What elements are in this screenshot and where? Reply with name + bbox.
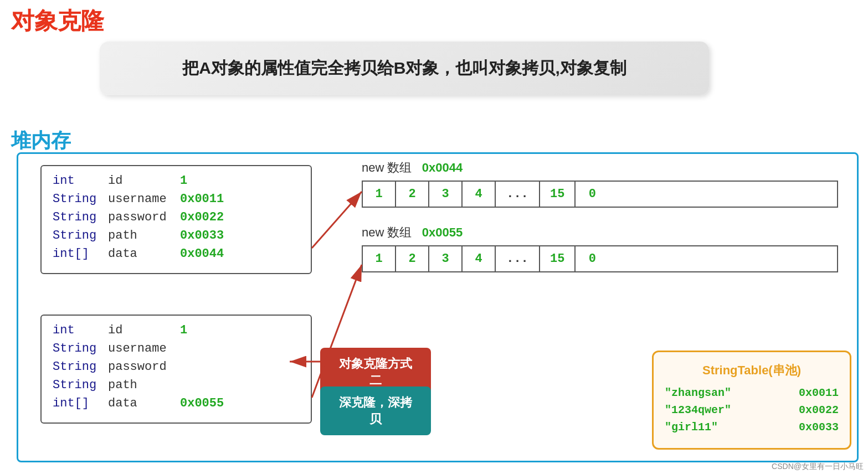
- field-name: id: [108, 174, 180, 188]
- list-item: 3: [429, 182, 463, 207]
- field-type: String: [53, 378, 108, 392]
- field-type: int[]: [53, 396, 108, 410]
- field-value: 0x0044: [180, 247, 224, 261]
- table-row: Stringpath: [53, 378, 300, 392]
- string-address: 0x0011: [799, 387, 839, 399]
- list-item: 4: [463, 182, 496, 207]
- table-row: Stringpassword0x0022: [53, 210, 300, 224]
- deep-clone-button[interactable]: 深克隆，深拷贝: [320, 387, 431, 435]
- main-container: intid1Stringusername0x0011Stringpassword…: [17, 152, 859, 462]
- table-row: Stringpath0x0033: [53, 229, 300, 243]
- field-name: username: [108, 192, 180, 206]
- array-area: new 数组 0x0044 1234...150 new 数组 0x0055 1…: [362, 159, 838, 280]
- string-address: 0x0033: [799, 421, 839, 434]
- table-row: int[]data0x0055: [53, 396, 300, 410]
- list-item: ...: [496, 182, 540, 207]
- svg-line-1: [312, 192, 362, 248]
- field-type: int[]: [53, 247, 108, 261]
- field-name: password: [108, 210, 180, 224]
- field-value: 0x0055: [180, 396, 224, 410]
- list-item: 2: [396, 182, 429, 207]
- field-value: 0x0022: [180, 210, 224, 224]
- field-value: 1: [180, 323, 187, 337]
- field-name: path: [108, 378, 180, 392]
- table-row: Stringusername0x0011: [53, 192, 300, 206]
- description-text: 把A对象的属性值完全拷贝给B对象，也叫对象拷贝,对象复制: [182, 59, 626, 77]
- field-type: String: [53, 229, 108, 243]
- table-row: int[]data0x0044: [53, 247, 300, 261]
- list-item: 15: [540, 246, 576, 271]
- string-key: "girl11": [665, 421, 718, 434]
- description-box: 把A对象的属性值完全拷贝给B对象，也叫对象拷贝,对象复制: [100, 42, 709, 95]
- string-table-entries: "zhangsan"0x0011"1234qwer"0x0022"girl11"…: [665, 387, 839, 434]
- field-name: id: [108, 323, 180, 337]
- string-key: "1234qwer": [665, 404, 731, 416]
- list-item: 2: [396, 246, 429, 271]
- field-value: 0x0011: [180, 192, 224, 206]
- list-item: 3: [429, 246, 463, 271]
- list-item: 0: [576, 182, 609, 207]
- object-a-box: intid1Stringusername0x0011Stringpassword…: [40, 165, 312, 274]
- string-table: StringTable(串池) "zhangsan"0x0011"1234qwe…: [652, 351, 851, 450]
- field-name: password: [108, 360, 180, 374]
- list-item: 0: [576, 246, 609, 271]
- field-type: String: [53, 210, 108, 224]
- field-type: int: [53, 174, 108, 188]
- array1-label: new 数组 0x0044: [362, 159, 838, 176]
- field-name: username: [108, 342, 180, 356]
- field-name: data: [108, 396, 180, 410]
- string-address: 0x0022: [799, 404, 839, 416]
- array2-addr: 0x0055: [422, 225, 463, 239]
- page-title: 对象克隆: [11, 6, 104, 37]
- object-b-box: intid1StringusernameStringpasswordString…: [40, 315, 312, 424]
- field-type: String: [53, 342, 108, 356]
- watermark: CSDN@女里有一日小马旺: [772, 462, 864, 472]
- field-type: int: [53, 323, 108, 337]
- string-table-title: StringTable(串池): [665, 362, 839, 379]
- array1-addr: 0x0044: [422, 161, 463, 174]
- field-name: path: [108, 229, 180, 243]
- field-name: data: [108, 247, 180, 261]
- field-type: String: [53, 360, 108, 374]
- field-type: String: [53, 192, 108, 206]
- list-item: 4: [463, 246, 496, 271]
- array2-kw: new 数组: [362, 225, 412, 239]
- string-key: "zhangsan": [665, 387, 731, 399]
- list-item: "zhangsan"0x0011: [665, 387, 839, 399]
- list-item: "1234qwer"0x0022: [665, 404, 839, 416]
- list-item: "girl11"0x0033: [665, 421, 839, 434]
- field-value: 0x0033: [180, 229, 224, 243]
- field-value: 1: [180, 174, 187, 188]
- array1-grid: 1234...150: [362, 181, 838, 208]
- array1-kw: new 数组: [362, 161, 412, 174]
- heap-label: 堆内存: [11, 127, 71, 154]
- array2-label: new 数组 0x0055: [362, 224, 838, 241]
- table-row: Stringpassword: [53, 360, 300, 374]
- list-item: 15: [540, 182, 576, 207]
- list-item: 1: [363, 182, 396, 207]
- table-row: Stringusername: [53, 342, 300, 356]
- table-row: intid1: [53, 323, 300, 337]
- table-row: intid1: [53, 174, 300, 188]
- list-item: 1: [363, 246, 396, 271]
- array2-grid: 1234...150: [362, 245, 838, 272]
- list-item: ...: [496, 246, 540, 271]
